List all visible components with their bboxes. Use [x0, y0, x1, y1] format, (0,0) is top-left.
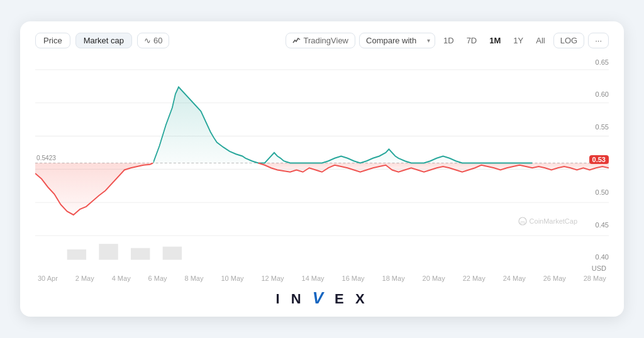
x-label-4: 8 May [185, 275, 204, 282]
svg-rect-10 [99, 244, 118, 259]
y-label-045: 0.45 [584, 221, 609, 229]
x-label-10: 20 May [423, 275, 445, 282]
x-axis: 30 Apr 2 May 4 May 6 May 8 May 10 May 12… [35, 275, 609, 282]
market-cap-button[interactable]: Market cap [75, 33, 132, 48]
watermark-text: CoinMarketCap [530, 217, 577, 225]
more-button[interactable]: ··· [588, 33, 609, 48]
toolbar-right: TradingView Compare with ▾ 1D 7D 1M 1Y A… [286, 33, 609, 48]
time-all-button[interactable]: All [531, 33, 549, 48]
price-badge: 0.53 [589, 155, 609, 164]
watermark: m CoinMarketCap [518, 217, 577, 226]
logo-bar: I N V E X [35, 288, 609, 308]
tradingview-icon [292, 36, 301, 45]
wave-icon: ∿ [144, 36, 151, 45]
price-button[interactable]: Price [35, 33, 70, 48]
svg-rect-9 [67, 249, 86, 260]
x-label-2: 4 May [112, 275, 131, 282]
svg-rect-11 [131, 248, 150, 260]
y-label-060: 0.60 [584, 90, 609, 98]
x-label-13: 26 May [543, 275, 566, 282]
compare-wrapper: Compare with ▾ [359, 33, 435, 48]
chart-icon-button[interactable]: ∿ 60 [137, 33, 169, 48]
x-label-3: 6 May [148, 275, 167, 282]
logo-text-left: I N [275, 291, 312, 307]
svg-text:m: m [520, 219, 525, 225]
y-label-050: 0.50 [584, 188, 609, 196]
x-label-7: 14 May [302, 275, 325, 282]
time-1y-button[interactable]: 1Y [509, 33, 528, 48]
trading-view-button[interactable]: TradingView [286, 33, 355, 48]
x-label-1: 2 May [75, 275, 94, 282]
x-label-11: 22 May [463, 275, 486, 282]
coinmarketcap-icon: m [518, 217, 527, 226]
toolbar: Price Market cap ∿ 60 TradingView Compar… [35, 33, 609, 48]
y-label-065: 0.65 [584, 58, 609, 66]
compare-select[interactable]: Compare with [359, 33, 435, 48]
usd-label: USD [35, 264, 609, 272]
x-label-5: 10 May [221, 275, 243, 282]
x-label-0: 30 Apr [38, 275, 58, 282]
y-axis-labels: 0.65 0.60 0.55 0.53 0.50 0.45 0.40 [584, 56, 609, 263]
x-label-8: 16 May [342, 275, 365, 282]
x-label-14: 28 May [584, 275, 606, 282]
x-label-12: 24 May [503, 275, 526, 282]
chart-value: 60 [153, 36, 162, 45]
logo-text-right: E X [327, 291, 369, 307]
x-label-6: 12 May [261, 275, 284, 282]
svg-text:0.5423: 0.5423 [36, 154, 56, 161]
svg-rect-12 [163, 247, 182, 260]
time-1m-button[interactable]: 1M [485, 33, 505, 48]
time-1d-button[interactable]: 1D [439, 33, 458, 48]
chart-svg: 0.5423 [35, 56, 609, 263]
y-label-040: 0.40 [584, 253, 609, 261]
logo-v-icon: V [313, 288, 327, 307]
trading-view-label: TradingView [303, 36, 348, 45]
y-label-055: 0.55 [596, 123, 609, 131]
time-7d-button[interactable]: 7D [462, 33, 482, 48]
main-card: Price Market cap ∿ 60 TradingView Compar… [20, 21, 624, 317]
x-label-9: 18 May [382, 275, 405, 282]
log-button[interactable]: LOG [553, 33, 584, 48]
chart-area: 0.5423 0.65 0.60 0.55 0.53 0.50 0.45 0.4… [35, 56, 609, 263]
